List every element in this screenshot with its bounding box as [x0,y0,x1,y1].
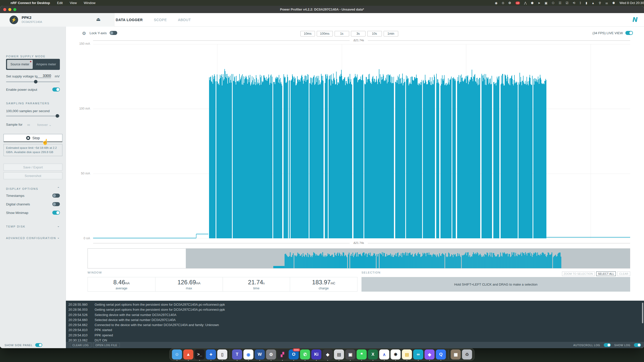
dock-teams[interactable]: T [232,349,242,359]
range-button-100ms[interactable]: 100ms [317,31,333,36]
samples-slider[interactable] [6,114,60,118]
samples-per-second-label: 100,000 samples per second [6,109,50,113]
status-green-icon[interactable]: ⚇ [552,1,554,5]
user-switch-icon[interactable]: ⚉ [612,1,615,5]
dock-nordvpn[interactable]: ∧ [379,349,389,359]
shield-icon[interactable]: ⬟ [531,1,533,5]
dock-whatsapp[interactable]: ✆ [300,349,310,359]
eject-device-icon[interactable]: ⏏ [96,16,101,22]
dock-settings[interactable]: ⚙ [266,349,276,359]
dock-printer[interactable]: ▤ [334,349,344,359]
dock-photo-viewer[interactable]: ▣ [345,349,355,359]
minimap[interactable] [88,248,630,268]
send-icon[interactable]: ➤ [538,1,540,5]
dock-brave[interactable]: ▲ [183,349,193,359]
control-center-icon[interactable]: ⚌ [605,1,608,5]
chevron-down-icon[interactable]: ⌄ [57,224,60,228]
grid-app-icon[interactable]: ☷ [559,1,561,5]
dock-word[interactable]: W [255,349,265,359]
screenshot-button[interactable]: Screenshot [4,172,62,179]
dock-final-cut[interactable]: ▞ [277,349,288,359]
chart-settings-gear-icon[interactable]: ⚙ [82,31,86,36]
dock-iphone-mirroring[interactable]: ▯ [217,349,227,359]
stat-value: 183.97mC [312,279,335,286]
open-log-file-button[interactable]: OPEN LOG FILE [93,343,120,347]
mode-ampere-meter[interactable]: Ampere meter [33,60,59,69]
dock-outlook[interactable]: O8886 [289,349,299,359]
zoom-window-button[interactable] [13,8,16,11]
dock-vscode[interactable]: ✦ [206,349,216,359]
menu-item-edit[interactable]: Edit [57,1,63,5]
stat-charge: 183.97mCcharge [290,277,357,291]
live-view-toggle[interactable] [625,31,633,35]
dock-nrf-connect[interactable]: ∞ [413,349,423,359]
range-button-10ms[interactable]: 10ms [300,31,315,36]
ring-icon[interactable]: ◉ [495,1,497,5]
dock-messages[interactable]: ❝ [357,349,367,359]
range-button-3s[interactable]: 3s [351,31,366,36]
spiral-icon[interactable]: ❂ [509,1,511,5]
dock-kibana[interactable]: Ki [311,349,321,359]
spotlight-icon[interactable]: ⚲ [599,1,601,5]
dock-chatgpt[interactable]: ❋ [391,349,401,359]
dock-obsidian[interactable]: ◆ [425,349,435,359]
wifi-icon[interactable]: ▲ [591,1,594,5]
dock-quicktime[interactable]: Q [436,349,446,359]
autoscroll-log-label: AUTOSCROLL LOG [573,344,600,347]
clear-log-button[interactable]: CLEAR LOG [70,343,91,347]
section-display-options[interactable]: DISPLAY OPTIONS [6,187,38,190]
close-window-button[interactable] [3,8,6,11]
save-export-button[interactable]: Save / Export [4,164,62,171]
device-selector[interactable]: ⚡ PPK2 DC0A297C140A ⏏ [0,13,114,27]
current-chart[interactable] [93,44,630,239]
bluetooth-icon[interactable]: ᛒ [580,1,581,5]
toggle-label: Timestamps [6,194,24,198]
dock-trash[interactable]: ♻ [462,349,472,359]
tab-data-logger[interactable]: DATA LOGGER [116,18,143,22]
menu-item-nrf-connect-for-desktop[interactable]: nRF Connect for Desktop [11,1,50,5]
autoscroll-log-toggle[interactable] [604,343,611,347]
checklist-icon[interactable]: ☑ [566,1,569,5]
voltage-input[interactable] [36,73,51,78]
menubar-clock[interactable]: Wed 8 Oct 20:30 [620,1,644,5]
time-machine-icon[interactable]: ⟲ [573,1,575,5]
notification-badge-icon[interactable]: 13 [515,2,520,5]
dock-chrome[interactable]: ◉ [244,349,254,359]
enable-power-toggle[interactable] [52,87,60,92]
privacy-lock-icon[interactable]: ⊙ [502,1,504,5]
dock-terminal[interactable]: >_ [195,349,205,359]
voltage-slider[interactable] [6,80,60,83]
mode-source-meter[interactable]: Source meter [7,60,33,69]
lock-y-axis-toggle[interactable] [110,31,117,35]
section-advanced-configuration[interactable]: ADVANCED CONFIGURATION [6,237,56,240]
tab-about[interactable]: ABOUT [178,18,191,22]
show-minimap-toggle[interactable] [52,211,60,215]
app-window: Power Profiler v4.2.2: DC0A297C140A - Un… [0,6,644,348]
range-button-10s[interactable]: 10s [367,31,382,36]
chevron-down-icon[interactable]: ⌄ [57,236,60,239]
vpn-peak-icon[interactable]: ⋀ [524,1,527,5]
section-temp-disk[interactable]: TEMP DISK [6,225,25,228]
selection-select-all-button[interactable]: SELECT ALL [596,272,616,276]
dock-excel[interactable]: X [368,349,378,359]
stop-button[interactable]: Stop [4,134,62,142]
dock-minimized-window[interactable]: ▦ [451,349,461,359]
sample-duration-select[interactable]: forever ⌄ [37,123,52,127]
battery-icon[interactable]: ▮ [586,1,587,5]
log-scrollbar[interactable] [642,303,643,323]
dock-notes[interactable]: ▤ [402,349,412,359]
minimize-window-button[interactable] [8,8,11,11]
menu-item-view[interactable]: View [70,1,77,5]
show-log-toggle[interactable] [634,343,641,347]
tab-scope[interactable]: SCOPE [154,18,167,22]
show-side-panel-toggle[interactable] [35,343,42,347]
chevron-up-icon[interactable]: ⌃ [57,187,60,190]
dock-finder[interactable]: ☺ [172,349,182,359]
capture-icon[interactable]: ▣ [545,1,547,5]
range-button-1min[interactable]: 1min [384,31,398,36]
menu-item-window[interactable]: Window [84,1,95,5]
dock-unity[interactable]: ◆ [323,349,333,359]
range-button-1s[interactable]: 1s [335,31,349,36]
timestamps-toggle[interactable] [52,194,60,198]
digital-channels-toggle[interactable] [52,202,60,206]
